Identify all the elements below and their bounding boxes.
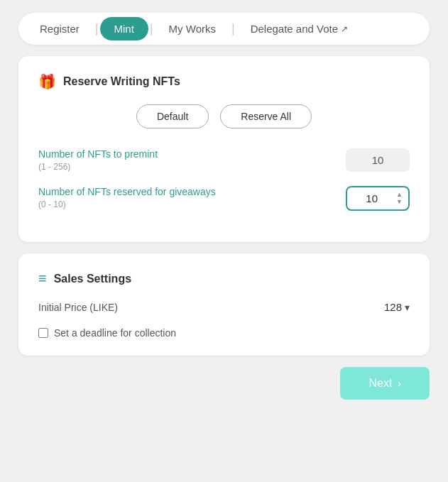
sales-card-title: Sales Settings <box>54 273 131 285</box>
spinner-arrows: ▲ ▼ <box>396 192 403 205</box>
next-button[interactable]: Next › <box>340 367 430 400</box>
nav-sep-1: | <box>94 21 100 36</box>
num-premint-range: (1 - 256) <box>38 162 158 172</box>
gift-icon: 🎁 <box>38 73 56 90</box>
num-premint-label-group: Number of NFTs to premint (1 - 256) <box>38 148 158 172</box>
bottom-row: Next › <box>18 367 430 400</box>
external-link-icon: ↗ <box>341 24 348 34</box>
price-dropdown-icon[interactable]: ▾ <box>405 302 410 313</box>
deadline-row: Set a deadline for collection <box>38 327 410 339</box>
num-giveaway-label: Number of NFTs reserved for giveaways <box>38 186 216 197</box>
reserve-all-button[interactable]: Reserve All <box>220 104 312 128</box>
num-premint-input[interactable] <box>346 148 410 172</box>
reserve-card-title: Reserve Writing NFTs <box>63 75 180 88</box>
initial-price-label: Initial Price (LIKE) <box>38 302 118 313</box>
sales-card: ≡ Sales Settings Initial Price (LIKE) 12… <box>18 253 430 356</box>
num-giveaway-label-group: Number of NFTs reserved for giveaways (0… <box>38 186 216 209</box>
next-button-icon: › <box>398 378 401 389</box>
reserve-button-group: Default Reserve All <box>38 104 410 128</box>
nav-item-delegate-vote-label: Delegate and Vote <box>251 23 338 35</box>
layers-icon: ≡ <box>38 270 47 287</box>
spinner-down-icon[interactable]: ▼ <box>396 199 403 205</box>
nav-bar: Register | Mint | My Works | Delegate an… <box>18 13 430 45</box>
nav-item-delegate-vote[interactable]: Delegate and Vote ↗ <box>236 17 362 40</box>
page-container: Register | Mint | My Works | Delegate an… <box>7 7 441 405</box>
sales-title-row: ≡ Sales Settings <box>38 270 410 287</box>
num-giveaway-spinner[interactable]: ▲ ▼ <box>346 186 410 211</box>
nav-item-my-works[interactable]: My Works <box>155 17 230 40</box>
num-giveaway-input[interactable] <box>353 192 388 204</box>
nav-item-register[interactable]: Register <box>26 17 94 40</box>
num-giveaway-range: (0 - 10) <box>38 199 216 209</box>
initial-price-row: Initial Price (LIKE) 128 ▾ <box>38 301 410 313</box>
default-button[interactable]: Default <box>136 104 209 128</box>
nav-sep-3: | <box>230 21 236 36</box>
reserve-card: 🎁 Reserve Writing NFTs Default Reserve A… <box>18 56 430 242</box>
spinner-up-icon[interactable]: ▲ <box>396 192 403 198</box>
initial-price-value-group[interactable]: 128 ▾ <box>384 301 410 313</box>
reserve-title-row: 🎁 Reserve Writing NFTs <box>38 73 410 90</box>
num-giveaway-row: Number of NFTs reserved for giveaways (0… <box>38 186 410 211</box>
initial-price-value: 128 <box>384 301 402 313</box>
num-premint-row: Number of NFTs to premint (1 - 256) <box>38 148 410 172</box>
nav-item-mint[interactable]: Mint <box>100 17 148 40</box>
next-button-label: Next <box>368 377 392 390</box>
num-premint-label: Number of NFTs to premint <box>38 148 158 160</box>
nav-sep-2: | <box>148 21 155 36</box>
deadline-checkbox[interactable] <box>38 328 48 338</box>
deadline-label[interactable]: Set a deadline for collection <box>54 327 176 339</box>
